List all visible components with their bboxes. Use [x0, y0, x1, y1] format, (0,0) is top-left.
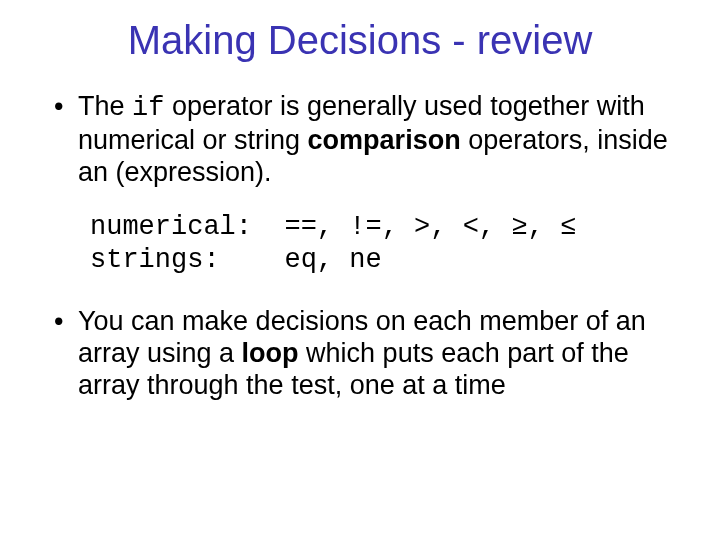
- slide-title: Making Decisions - review: [50, 18, 670, 63]
- code-block: numerical: ==, !=, >, <, ≥, ≤ strings: e…: [90, 211, 670, 279]
- slide: Making Decisions - review The if operato…: [0, 0, 720, 540]
- bullet-list: The if operator is generally used togeth…: [50, 91, 670, 189]
- code-line-strings: strings: eq, ne: [90, 245, 382, 275]
- text-fragment: The: [78, 91, 132, 121]
- code-keyword-if: if: [132, 93, 164, 123]
- code-line-numerical: numerical: ==, !=, >, <, ≥, ≤: [90, 212, 576, 242]
- bold-comparison: comparison: [308, 125, 461, 155]
- bullet-item-1: The if operator is generally used togeth…: [50, 91, 670, 189]
- bullet-list-2: You can make decisions on each member of…: [50, 306, 670, 402]
- bold-loop: loop: [242, 338, 299, 368]
- bullet-item-2: You can make decisions on each member of…: [50, 306, 670, 402]
